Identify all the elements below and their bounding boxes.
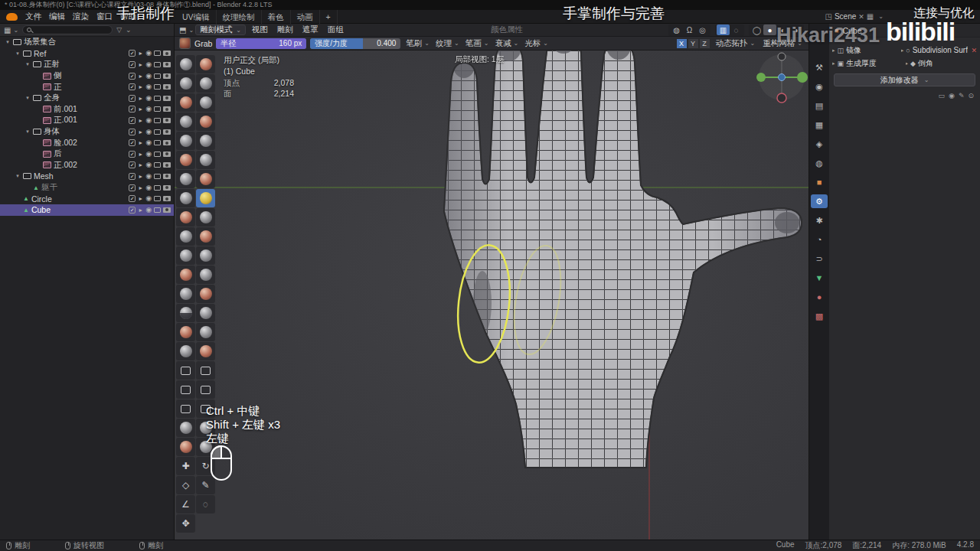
eye-icon[interactable]: ◉ bbox=[145, 95, 152, 102]
properties-tab-texture[interactable]: ▩ bbox=[811, 309, 828, 323]
modifier-生成厚度[interactable]: ▸▣生成厚度 bbox=[832, 58, 904, 69]
camera-visibility-icon[interactable] bbox=[163, 162, 171, 168]
expand-icon[interactable]: ▸ bbox=[901, 47, 904, 54]
outliner-row-正.002[interactable]: 正.002✓►◉ bbox=[0, 160, 174, 171]
camera-visibility-icon[interactable] bbox=[163, 84, 171, 90]
viewport-visibility-icon[interactable] bbox=[154, 51, 161, 56]
menu-编辑[interactable]: 编辑 bbox=[45, 11, 69, 22]
selectable-icon[interactable]: ► bbox=[138, 162, 143, 168]
viewport-visibility-icon[interactable] bbox=[154, 162, 161, 168]
display-editmode-icon[interactable]: ▭ bbox=[939, 92, 946, 99]
tool-elastic-deform[interactable] bbox=[176, 208, 195, 227]
properties-tab-object-data[interactable]: ▼ bbox=[811, 271, 828, 285]
eye-icon[interactable]: ◉ bbox=[145, 207, 152, 214]
menu-渲染[interactable]: 渲染 bbox=[69, 11, 93, 22]
scene-selector[interactable]: ◳ Scene ✕ ▦ ⌄ bbox=[825, 12, 884, 21]
camera-visibility-icon[interactable] bbox=[163, 62, 171, 67]
viewport-menu-遮罩[interactable]: 遮罩 bbox=[298, 24, 323, 35]
properties-tab-object[interactable]: ■ bbox=[811, 175, 828, 189]
panel-动态拓扑[interactable]: 动态拓扑⌄ bbox=[714, 38, 757, 49]
disclosure-icon[interactable]: ▾ bbox=[15, 173, 21, 179]
camera-visibility-icon[interactable] bbox=[163, 185, 171, 191]
eye-icon[interactable]: ◉ bbox=[145, 184, 152, 191]
eye-icon[interactable]: ◉ bbox=[145, 129, 152, 135]
outliner-row-Cube[interactable]: ▲Cube✓►◉ bbox=[0, 204, 174, 216]
tool-pan[interactable]: ✥ bbox=[176, 514, 195, 533]
modifier-Subdivision Surface[interactable]: ▸○Subdivision Surface bbox=[901, 46, 969, 54]
tool-layer[interactable] bbox=[196, 93, 215, 112]
selectable-icon[interactable]: ► bbox=[138, 185, 143, 191]
outliner-row-躯干[interactable]: ▲躯干✓►◉ bbox=[0, 182, 174, 194]
eye-icon[interactable]: ◉ bbox=[145, 139, 152, 146]
eye-icon[interactable]: ◉ bbox=[145, 173, 152, 180]
panel-笔刷[interactable]: 笔刷⌄ bbox=[404, 38, 431, 49]
checkbox-icon[interactable]: ✓ bbox=[129, 117, 136, 124]
mirror-y-button[interactable]: Y bbox=[688, 38, 699, 49]
tool-pinch[interactable] bbox=[176, 189, 195, 207]
tool-blob[interactable] bbox=[196, 112, 215, 131]
camera-visibility-icon[interactable] bbox=[163, 196, 171, 201]
selectable-icon[interactable]: ► bbox=[138, 84, 143, 90]
properties-tab-tool[interactable]: ⚒ bbox=[811, 60, 828, 74]
properties-tab-particles[interactable]: ✱ bbox=[811, 214, 828, 227]
eye-icon[interactable]: ◉ bbox=[145, 106, 152, 112]
workspace-tab-动画[interactable]: 动画 bbox=[291, 10, 320, 24]
panel-衰减[interactable]: 衰减⌄ bbox=[493, 38, 520, 49]
camera-visibility-icon[interactable] bbox=[163, 106, 171, 112]
radius-slider[interactable]: 半径 160 px bbox=[216, 38, 306, 49]
viewport-visibility-icon[interactable] bbox=[154, 152, 161, 157]
view-layer-icon[interactable]: ▦ bbox=[867, 12, 874, 21]
expand-icon[interactable]: ▸ bbox=[906, 60, 909, 67]
outliner-row-Circle[interactable]: ▲Circle✓►◉ bbox=[0, 193, 174, 204]
modifier-倒角[interactable]: ▸◆倒角 bbox=[906, 58, 978, 69]
tool-color-filter[interactable] bbox=[176, 438, 195, 456]
outliner-row-场景集合[interactable]: ▾场景集合 bbox=[0, 37, 174, 48]
selectable-icon[interactable]: ► bbox=[138, 196, 143, 201]
tool-box-face-set[interactable] bbox=[176, 380, 195, 399]
properties-tab-world[interactable]: ◍ bbox=[811, 156, 828, 170]
tool-snake-hook[interactable] bbox=[196, 208, 215, 227]
camera-visibility-icon[interactable] bbox=[163, 140, 171, 145]
tool-fill[interactable] bbox=[196, 151, 215, 169]
proportional-editing-icon[interactable]: ◎ bbox=[696, 24, 709, 35]
viewport-visibility-icon[interactable] bbox=[154, 84, 161, 90]
disclosure-icon[interactable]: ▾ bbox=[24, 129, 31, 135]
selectable-icon[interactable]: ► bbox=[138, 62, 143, 67]
camera-visibility-icon[interactable] bbox=[163, 207, 171, 213]
selectable-icon[interactable]: ► bbox=[138, 129, 143, 135]
viewport-visibility-icon[interactable] bbox=[154, 73, 161, 79]
selectable-icon[interactable]: ► bbox=[138, 73, 143, 79]
tool-slide-relax[interactable] bbox=[176, 266, 195, 284]
outliner-row-Ref[interactable]: ▾Ref✓►◉ bbox=[0, 48, 174, 60]
properties-tab-render[interactable]: ◉ bbox=[811, 80, 828, 93]
selectable-icon[interactable]: ► bbox=[138, 174, 143, 179]
mode-dropdown[interactable]: 雕刻模式⌄ bbox=[195, 24, 246, 35]
outliner-row-Mesh[interactable]: ▾Mesh✓►◉ bbox=[0, 171, 174, 182]
tool-clay[interactable] bbox=[176, 74, 195, 93]
workspace-tab-+[interactable]: + bbox=[320, 10, 338, 24]
eye-icon[interactable]: ◉ bbox=[145, 195, 152, 202]
tool-inflate[interactable] bbox=[176, 112, 195, 131]
outliner-row-脸.002[interactable]: 脸.002✓►◉ bbox=[0, 137, 174, 148]
tool-clay-thumb[interactable] bbox=[176, 93, 195, 112]
panel-纹理[interactable]: 纹理⌄ bbox=[434, 38, 461, 49]
expand-icon[interactable]: ▸ bbox=[832, 60, 835, 67]
checkbox-icon[interactable]: ✓ bbox=[129, 173, 136, 180]
disclosure-icon[interactable]: ▾ bbox=[5, 39, 11, 45]
tool-move[interactable]: ✚ bbox=[176, 457, 195, 475]
eye-icon[interactable]: ◉ bbox=[145, 161, 152, 168]
outliner-row-正.001[interactable]: 正.001✓►◉ bbox=[0, 115, 174, 126]
selectable-icon[interactable]: ► bbox=[138, 118, 143, 123]
tool-box-hide[interactable] bbox=[196, 361, 215, 380]
tool-pose[interactable] bbox=[196, 227, 215, 246]
xray-toggle-icon[interactable]: ▥ bbox=[717, 24, 730, 35]
display-realtime-icon[interactable]: ◉ bbox=[949, 92, 955, 99]
workspace-tab-着色[interactable]: 着色 bbox=[262, 10, 291, 24]
viewport-visibility-icon[interactable] bbox=[154, 62, 161, 67]
menu-窗口[interactable]: 窗口 bbox=[93, 11, 116, 22]
viewport-visibility-icon[interactable] bbox=[154, 185, 161, 191]
overlays-icon[interactable]: ◌ bbox=[730, 24, 743, 35]
checkbox-icon[interactable]: ✓ bbox=[129, 195, 136, 202]
disclosure-icon[interactable]: ▾ bbox=[24, 61, 31, 67]
tool-nudge[interactable] bbox=[176, 246, 195, 265]
